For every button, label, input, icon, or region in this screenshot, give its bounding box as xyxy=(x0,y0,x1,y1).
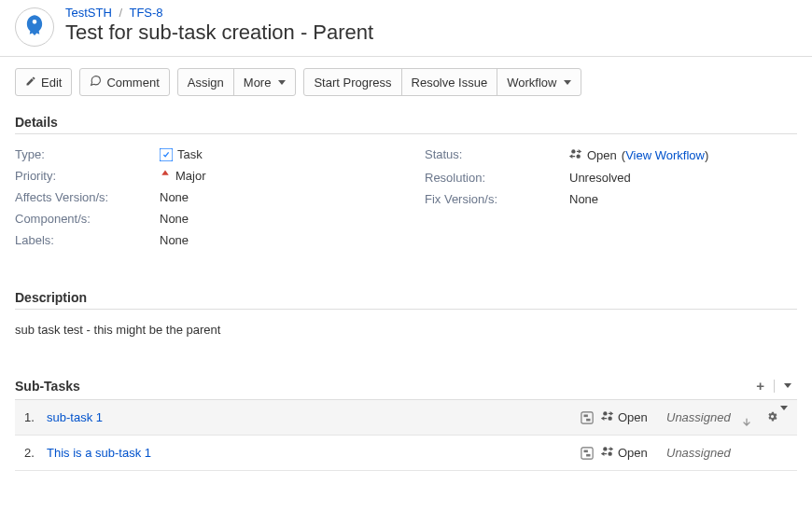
description-section: Description sub task test - this might b… xyxy=(0,283,812,350)
assign-more-group: Assign More xyxy=(177,68,297,96)
svg-point-1 xyxy=(571,149,575,153)
svg-rect-10 xyxy=(586,453,590,456)
breadcrumb-issue-key[interactable]: TFS-8 xyxy=(129,6,162,20)
svg-rect-4 xyxy=(584,414,588,417)
svg-point-7 xyxy=(608,416,611,420)
subtasks-section: Sub-Tasks + 1.sub-task 1OpenUnassigned2.… xyxy=(0,368,812,475)
field-labels: Labels: None xyxy=(15,229,387,251)
subtask-type-icon xyxy=(573,411,601,424)
svg-point-2 xyxy=(576,154,580,158)
subtask-status: Open xyxy=(601,409,666,425)
field-fix-versions: Fix Version/s: None xyxy=(425,188,797,210)
subtask-title: This is a sub-task 1 xyxy=(47,446,573,460)
subtask-assignee: Unassigned xyxy=(666,446,760,460)
subtask-number: 1. xyxy=(24,410,47,424)
assign-button[interactable]: Assign xyxy=(178,69,233,95)
subtask-link[interactable]: sub-task 1 xyxy=(47,410,103,424)
subtasks-menu-button[interactable] xyxy=(778,381,797,390)
add-subtask-button[interactable]: + xyxy=(750,376,770,395)
subtask-row[interactable]: 2.This is a sub-task 1OpenUnassigned xyxy=(15,436,797,471)
open-status-icon xyxy=(569,147,582,163)
svg-point-6 xyxy=(603,411,607,415)
field-priority: Priority: Major xyxy=(15,165,387,187)
open-status-icon xyxy=(601,409,614,425)
field-resolution: Resolution: Unresolved xyxy=(425,167,797,188)
svg-rect-9 xyxy=(584,450,588,452)
details-heading: Details xyxy=(15,115,797,134)
chevron-down-icon xyxy=(784,383,791,388)
field-type: Type: Task xyxy=(15,144,387,165)
subtasks-heading: Sub-Tasks xyxy=(15,379,750,394)
breadcrumb-project[interactable]: TestSTH xyxy=(65,6,112,20)
more-button[interactable]: More xyxy=(233,69,296,95)
comment-button[interactable]: Comment xyxy=(79,68,169,96)
svg-rect-8 xyxy=(581,447,593,458)
subtask-row[interactable]: 1.sub-task 1OpenUnassigned xyxy=(15,400,797,436)
move-down-icon[interactable] xyxy=(741,417,752,431)
pencil-icon xyxy=(25,76,36,90)
open-status-icon xyxy=(601,445,614,461)
issue-title: Test for sub-task creation - Parent xyxy=(65,21,373,45)
chevron-down-icon xyxy=(564,80,571,85)
details-section: Details Type: Task Priority: Major xyxy=(0,107,812,255)
rocket-icon xyxy=(21,13,48,42)
breadcrumb: TestSTH / TFS-8 xyxy=(65,6,373,20)
plus-icon: + xyxy=(756,378,764,394)
subtask-list: 1.sub-task 1OpenUnassigned2.This is a su… xyxy=(15,400,797,471)
svg-point-11 xyxy=(603,447,607,450)
start-progress-button[interactable]: Start Progress xyxy=(304,69,400,95)
description-heading: Description xyxy=(15,290,797,310)
view-workflow-link[interactable]: View Workflow xyxy=(625,148,705,162)
toolbar: Edit Comment Assign More Start Progress … xyxy=(0,57,812,107)
subtask-link[interactable]: This is a sub-task 1 xyxy=(47,446,151,460)
subtask-number: 2. xyxy=(24,446,47,460)
subtask-type-icon xyxy=(573,447,601,460)
task-icon xyxy=(160,148,173,161)
chevron-down-icon xyxy=(278,80,286,85)
workflow-group: Start Progress Resolve Issue Workflow xyxy=(303,68,581,96)
priority-major-icon xyxy=(160,169,171,183)
svg-rect-3 xyxy=(581,411,593,422)
issue-header: TestSTH / TFS-8 Test for sub-task creati… xyxy=(0,0,812,57)
edit-button[interactable]: Edit xyxy=(15,68,72,96)
svg-rect-5 xyxy=(586,418,590,421)
svg-point-12 xyxy=(608,451,611,455)
workflow-button[interactable]: Workflow xyxy=(497,69,581,95)
subtasks-header-row: Sub-Tasks + xyxy=(15,376,797,400)
resolve-issue-button[interactable]: Resolve Issue xyxy=(401,69,497,95)
field-affects-versions: Affects Version/s: None xyxy=(15,187,387,208)
subtask-actions-button[interactable] xyxy=(766,410,788,425)
chevron-down-icon xyxy=(780,406,788,425)
field-components: Component/s: None xyxy=(15,208,387,229)
subtask-status: Open xyxy=(601,445,666,461)
gear-icon xyxy=(766,410,778,425)
description-body: sub task test - this might be the parent xyxy=(15,319,797,346)
comment-icon xyxy=(90,75,102,90)
subtask-title: sub-task 1 xyxy=(47,410,573,424)
project-avatar[interactable] xyxy=(15,7,54,47)
field-status: Status: Open (View Workflow) xyxy=(425,144,797,167)
